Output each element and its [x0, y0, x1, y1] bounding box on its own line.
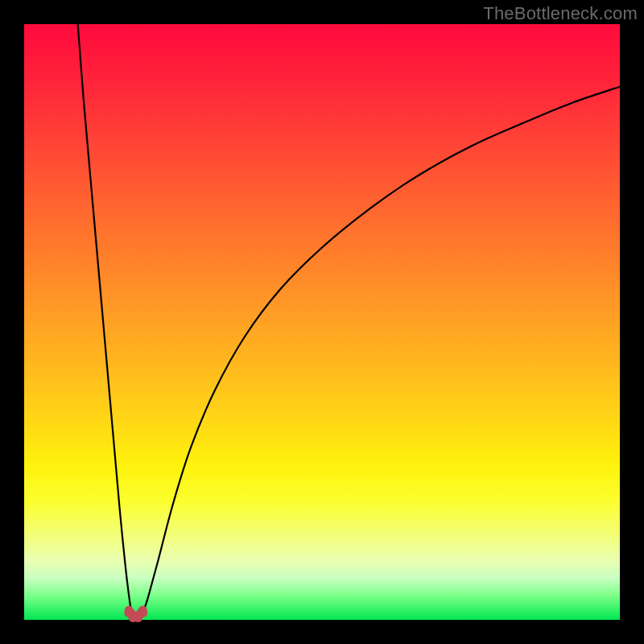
chart-frame: TheBottleneck.com	[0, 0, 644, 644]
curve-left-branch	[78, 24, 138, 618]
bottom-marker-group	[124, 608, 147, 622]
watermark-text: TheBottleneck.com	[483, 3, 638, 24]
curve-right-branch	[138, 87, 620, 618]
bottom-marker	[138, 608, 147, 617]
curve-layer	[24, 24, 620, 620]
plot-area	[24, 24, 620, 620]
